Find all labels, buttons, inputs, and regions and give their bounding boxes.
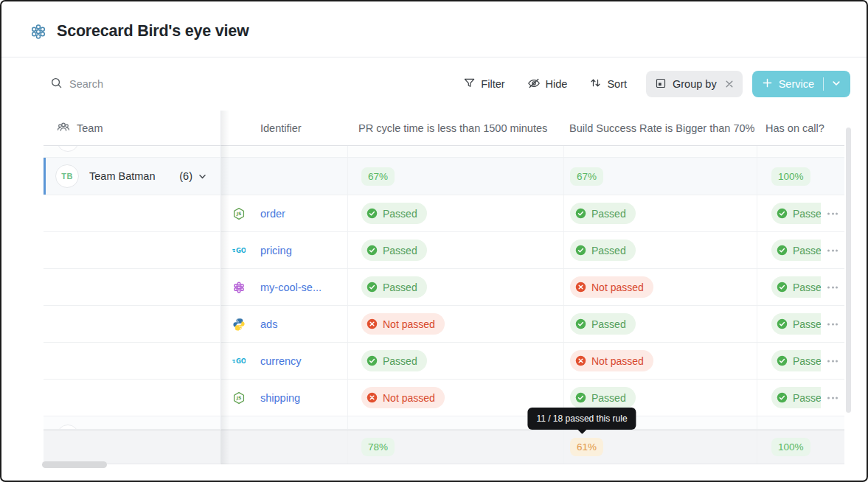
search-input[interactable]: Search bbox=[50, 77, 103, 92]
search-icon bbox=[50, 77, 63, 92]
column-header-identifier[interactable]: Identifier bbox=[221, 111, 347, 145]
scorecard-cluster-icon bbox=[29, 23, 47, 41]
status-badge: Passed bbox=[361, 350, 427, 371]
tooltip: 11 / 18 passed this rule bbox=[527, 408, 636, 430]
status-badge: Passed bbox=[771, 276, 821, 298]
row-menu-icon[interactable] bbox=[824, 320, 841, 328]
percentage-badge[interactable]: 78% bbox=[361, 438, 395, 456]
status-badge: Passed bbox=[570, 313, 636, 335]
svg-text:GO: GO bbox=[236, 357, 246, 365]
percentage-badge[interactable]: 100% bbox=[771, 438, 810, 456]
status-badge: Not passed bbox=[361, 387, 445, 408]
column-header-pr-rule[interactable]: PR cycle time is less than 1500 minutes bbox=[347, 111, 563, 145]
plus-icon bbox=[762, 77, 773, 91]
sort-icon bbox=[589, 77, 602, 91]
percentage-badge[interactable]: 61% bbox=[570, 438, 603, 456]
x-circle-icon bbox=[575, 355, 586, 366]
python-icon bbox=[232, 318, 246, 331]
percentage-badge[interactable]: 67% bbox=[570, 167, 603, 186]
check-circle-icon bbox=[575, 318, 586, 329]
chevron-down-icon[interactable] bbox=[198, 172, 207, 181]
scorecard-table: Team Identifier PR cycle time is less th… bbox=[44, 111, 844, 464]
group-header-cell[interactable]: TB Team Batman (6) bbox=[44, 158, 221, 195]
check-circle-icon bbox=[575, 245, 586, 256]
go-icon: GO bbox=[232, 244, 246, 257]
filter-button[interactable]: Filter bbox=[463, 77, 504, 91]
group-by-icon bbox=[655, 77, 667, 91]
identifier-link[interactable]: my-cool-se... bbox=[260, 282, 322, 293]
check-circle-icon bbox=[367, 245, 378, 256]
row-menu-icon[interactable] bbox=[824, 357, 841, 365]
table-header-row: Team Identifier PR cycle time is less th… bbox=[44, 111, 844, 146]
x-circle-icon bbox=[367, 392, 378, 403]
avatar bbox=[57, 146, 79, 152]
status-badge: Passed bbox=[361, 276, 427, 298]
table-row: GO pricing Passed Passed Passed bbox=[44, 232, 844, 269]
horizontal-scrollbar[interactable] bbox=[42, 461, 107, 468]
totals-row: 78% 61% 100% bbox=[44, 430, 844, 464]
row-menu-icon[interactable] bbox=[824, 283, 841, 291]
x-circle-icon bbox=[367, 318, 378, 329]
clipped-previous-group-row bbox=[44, 146, 844, 158]
identifier-link[interactable]: pricing bbox=[260, 245, 292, 256]
vertical-scrollbar[interactable] bbox=[846, 128, 851, 413]
status-badge: Passed bbox=[361, 240, 427, 261]
table-row: JS shipping Not passed Passed Passed bbox=[44, 380, 844, 416]
table-row: JS order Passed Passed Passed bbox=[44, 195, 844, 232]
status-badge: Passed bbox=[570, 203, 636, 224]
app-window: Scorecard Bird's eye view Search Filter bbox=[0, 0, 868, 482]
toolbar: Search Filter Hide bbox=[1, 58, 867, 110]
status-badge: Not passed bbox=[570, 350, 653, 371]
go-icon: GO bbox=[232, 354, 246, 368]
group-by-chip[interactable]: Group by bbox=[646, 71, 743, 97]
hide-button[interactable]: Hide bbox=[527, 77, 568, 92]
column-header-oncall-rule[interactable]: Has on call? bbox=[757, 111, 844, 145]
table-row: ads Not passed Passed Passed bbox=[44, 306, 844, 343]
check-circle-icon bbox=[575, 392, 586, 403]
svg-text:JS: JS bbox=[236, 211, 242, 217]
nodejs-icon: JS bbox=[232, 391, 246, 405]
clipped-next-group-row bbox=[44, 416, 844, 430]
add-service-button[interactable]: Service bbox=[752, 71, 850, 97]
row-menu-icon[interactable] bbox=[824, 394, 841, 402]
check-circle-icon bbox=[777, 282, 788, 293]
identifier-link[interactable]: currency bbox=[260, 355, 302, 367]
status-badge: Passed bbox=[361, 203, 427, 224]
row-menu-icon[interactable] bbox=[824, 246, 841, 254]
microservice-icon bbox=[232, 281, 246, 294]
column-header-build-rule[interactable]: Build Success Rate is Bigger than 70% bbox=[563, 111, 757, 145]
svg-text:GO: GO bbox=[236, 247, 246, 254]
status-badge: Passed bbox=[771, 350, 821, 371]
team-name: Team Batman bbox=[89, 170, 155, 182]
team-count: (6) bbox=[179, 170, 192, 182]
percentage-badge[interactable]: 67% bbox=[361, 167, 395, 186]
status-badge: Passed bbox=[771, 203, 821, 224]
nodejs-icon: JS bbox=[232, 207, 246, 220]
table-row: GO currency Passed Not passed Passed bbox=[44, 343, 844, 380]
identifier-link[interactable]: shipping bbox=[260, 392, 300, 404]
identifier-link[interactable]: order bbox=[260, 208, 285, 220]
svg-text:JS: JS bbox=[236, 395, 242, 401]
status-badge: Not passed bbox=[570, 276, 653, 298]
row-menu-icon[interactable] bbox=[824, 209, 841, 217]
identifier-link[interactable]: ads bbox=[260, 318, 277, 330]
check-circle-icon bbox=[777, 392, 788, 403]
group-accent-bar bbox=[44, 158, 46, 195]
percentage-badge[interactable]: 100% bbox=[771, 167, 810, 186]
status-badge: Passed bbox=[771, 313, 821, 335]
team-users-icon bbox=[57, 120, 70, 136]
sort-button[interactable]: Sort bbox=[589, 77, 627, 91]
check-circle-icon bbox=[777, 318, 788, 329]
check-circle-icon bbox=[777, 245, 788, 256]
column-header-team[interactable]: Team bbox=[44, 111, 221, 145]
status-badge: Passed bbox=[570, 240, 636, 261]
avatar bbox=[57, 425, 79, 429]
chevron-down-icon[interactable] bbox=[831, 78, 841, 91]
group-row-team-batman: TB Team Batman (6) 67% 67% 100% bbox=[44, 158, 844, 195]
page-header: Scorecard Bird's eye view bbox=[1, 1, 867, 57]
close-icon[interactable] bbox=[723, 79, 735, 89]
check-circle-icon bbox=[367, 355, 378, 366]
filter-icon bbox=[463, 77, 476, 91]
status-badge: Passed bbox=[771, 387, 821, 408]
check-circle-icon bbox=[367, 282, 378, 293]
